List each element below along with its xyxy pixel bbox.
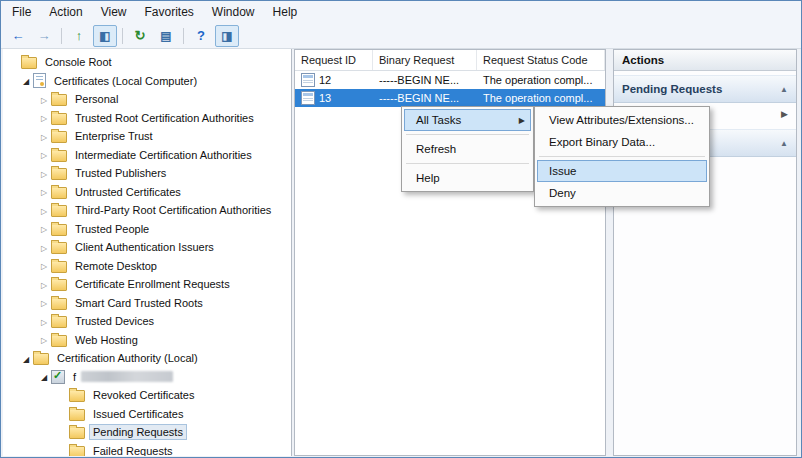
expand-icon[interactable]	[37, 242, 51, 253]
menu-item-deny[interactable]: Deny	[537, 182, 707, 204]
expand-icon[interactable]	[37, 131, 51, 142]
refresh-icon[interactable]: ↻	[128, 25, 152, 47]
cell-binary-request: -----BEGIN NE...	[373, 74, 477, 86]
folder-icon	[51, 205, 67, 217]
menu-item-help[interactable]: Help	[404, 167, 531, 189]
tree-item-client-authentication-issuers[interactable]: Client Authentication Issuers	[3, 238, 291, 257]
ca-server-icon	[51, 370, 65, 384]
tree-item-trusted-root-certification-authorities[interactable]: Trusted Root Certification Authorities	[3, 109, 291, 128]
tree-item-ca-server[interactable]: f	[3, 368, 291, 387]
tree-item-trusted-publishers[interactable]: Trusted Publishers	[3, 164, 291, 183]
tree-item-certificates-local-computer[interactable]: Certificates (Local Computer)	[3, 72, 291, 91]
menu-item-view-attributes-extensions[interactable]: View Attributes/Extensions...	[537, 109, 707, 131]
menu-item-label: Issue	[549, 165, 577, 177]
tree-item-revoked-certificates[interactable]: Revoked Certificates	[3, 386, 291, 405]
column-header-request-status-code[interactable]: Request Status Code	[477, 50, 605, 70]
tree-item-personal[interactable]: Personal	[3, 90, 291, 109]
tree-item-label: Issued Certificates	[90, 407, 186, 421]
expand-icon[interactable]	[37, 112, 51, 123]
folder-icon	[69, 427, 85, 439]
expand-icon[interactable]	[37, 94, 51, 105]
expand-icon[interactable]	[37, 149, 51, 160]
tree-item-label: Certification Authority (Local)	[54, 351, 201, 365]
export-list-icon[interactable]: ▤	[154, 25, 178, 47]
menu-item-export-binary-data[interactable]: Export Binary Data...	[537, 131, 707, 153]
table-row[interactable]: 12 -----BEGIN NE... The operation compl.…	[295, 71, 605, 89]
folder-icon	[51, 261, 67, 273]
collapse-chevron-icon[interactable]: ▲	[780, 139, 788, 148]
tree-item-pending-requests[interactable]: Pending Requests	[3, 423, 291, 442]
collapse-icon[interactable]	[19, 75, 33, 86]
collapse-icon[interactable]	[37, 371, 51, 382]
column-header-request-id[interactable]: Request ID	[295, 50, 373, 70]
menu-item-issue[interactable]: Issue	[537, 160, 707, 182]
tree-item-label: Personal	[72, 92, 121, 106]
column-header-binary-request[interactable]: Binary Request	[373, 50, 477, 70]
menu-window[interactable]: Window	[203, 2, 264, 22]
folder-icon	[51, 150, 67, 162]
show-action-pane-icon[interactable]: ◨	[215, 25, 239, 47]
folder-icon	[21, 57, 37, 69]
expand-icon[interactable]	[37, 279, 51, 290]
tree-item-certificate-enrollment-requests[interactable]: Certificate Enrollment Requests	[3, 275, 291, 294]
tree-item-web-hosting[interactable]: Web Hosting	[3, 331, 291, 350]
tree-item-label: Failed Requests	[90, 444, 176, 456]
actions-section-pending-requests[interactable]: Pending Requests ▲	[614, 75, 796, 103]
tree-item-label: Smart Card Trusted Roots	[72, 296, 206, 310]
request-icon	[301, 73, 315, 87]
tree-item-remote-desktop[interactable]: Remote Desktop	[3, 257, 291, 276]
tree-item-intermediate-certification-authorities[interactable]: Intermediate Certification Authorities	[3, 146, 291, 165]
menu-help[interactable]: Help	[264, 2, 307, 22]
folder-icon	[51, 242, 67, 254]
help-icon[interactable]: ?	[189, 25, 213, 47]
tree-item-enterprise-trust[interactable]: Enterprise Trust	[3, 127, 291, 146]
tree-item-trusted-people[interactable]: Trusted People	[3, 220, 291, 239]
chevron-right-icon: ▶	[781, 109, 788, 119]
certificate-store-icon	[33, 73, 46, 88]
menu-view[interactable]: View	[92, 2, 136, 22]
tree-item-label: Certificates (Local Computer)	[51, 74, 200, 88]
toolbar-separator	[183, 28, 184, 44]
table-row-selected[interactable]: 13 -----BEGIN NE... The operation compl.…	[295, 89, 605, 107]
tree-item-trusted-devices[interactable]: Trusted Devices	[3, 312, 291, 331]
tree-item-certification-authority-local[interactable]: Certification Authority (Local)	[3, 349, 291, 368]
tree-item-console-root[interactable]: Console Root	[3, 53, 291, 72]
tree-item-third-party-root-certification-authorities[interactable]: Third-Party Root Certification Authoriti…	[3, 201, 291, 220]
folder-icon	[51, 316, 67, 328]
forward-icon[interactable]: →	[32, 25, 56, 47]
menu-item-label: Help	[416, 172, 440, 184]
expand-icon[interactable]	[37, 223, 51, 234]
folder-icon	[51, 94, 67, 106]
tree-item-issued-certificates[interactable]: Issued Certificates	[3, 405, 291, 424]
collapse-icon[interactable]	[19, 353, 33, 364]
show-console-tree-icon[interactable]: ◧	[93, 25, 117, 47]
expand-icon[interactable]	[37, 316, 51, 327]
expand-icon[interactable]	[37, 186, 51, 197]
tree-item-label: Third-Party Root Certification Authoriti…	[72, 203, 274, 217]
expand-icon[interactable]	[37, 297, 51, 308]
tree-item-label: Trusted Root Certification Authorities	[72, 111, 257, 125]
cell-request-id: 12	[295, 73, 373, 87]
up-one-level-icon[interactable]: ↑	[67, 25, 91, 47]
expand-icon[interactable]	[37, 168, 51, 179]
cell-request-status: The operation compl...	[477, 74, 605, 86]
expand-icon[interactable]	[37, 205, 51, 216]
toolbar: ← → ↑ ◧ ↻ ▤ ? ◨	[1, 23, 801, 49]
back-icon[interactable]: ←	[6, 25, 30, 47]
context-menu: All Tasks ▶ Refresh Help	[401, 106, 534, 192]
collapse-chevron-icon[interactable]: ▲	[780, 85, 788, 94]
menu-action[interactable]: Action	[40, 2, 91, 22]
request-icon	[301, 91, 315, 105]
list-header: Request ID Binary Request Request Status…	[295, 50, 605, 71]
menu-favorites[interactable]: Favorites	[136, 2, 203, 22]
menu-item-refresh[interactable]: Refresh	[404, 138, 531, 160]
tree-item-smart-card-trusted-roots[interactable]: Smart Card Trusted Roots	[3, 294, 291, 313]
folder-icon	[69, 409, 85, 421]
expand-icon[interactable]	[37, 260, 51, 271]
tree-item-failed-requests[interactable]: Failed Requests	[3, 442, 291, 457]
expand-icon[interactable]	[37, 334, 51, 345]
tree-item-label: Untrusted Certificates	[72, 185, 184, 199]
menu-file[interactable]: File	[3, 2, 40, 22]
menu-item-all-tasks[interactable]: All Tasks ▶	[404, 109, 531, 131]
tree-item-untrusted-certificates[interactable]: Untrusted Certificates	[3, 183, 291, 202]
